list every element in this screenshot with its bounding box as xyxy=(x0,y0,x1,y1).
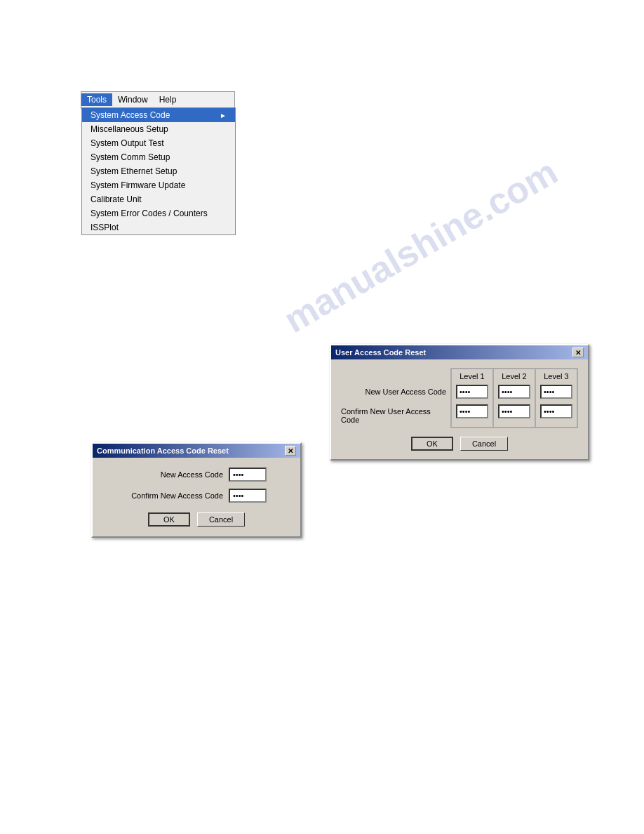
menu-help[interactable]: Help xyxy=(154,93,182,106)
menu-bar-items: Tools Window Help xyxy=(81,92,234,108)
menu-item-ethernet-setup[interactable]: System Ethernet Setup xyxy=(82,164,235,178)
comm-dialog-body: New Access Code Confirm New Access Code … xyxy=(93,458,300,536)
comm-dialog-buttons: OK Cancel xyxy=(104,512,289,527)
comm-dialog-close[interactable]: ✕ xyxy=(285,446,296,456)
level2-header: Level 2 xyxy=(502,372,526,380)
comm-dialog-title: Communication Access Code Reset xyxy=(97,446,229,455)
menu-item-system-access-code[interactable]: System Access Code ► xyxy=(82,108,235,122)
menu-window[interactable]: Window xyxy=(112,93,154,106)
menu-tools[interactable]: Tools xyxy=(81,93,112,106)
user-dialog-close[interactable]: ✕ xyxy=(572,348,584,357)
comm-dialog: Communication Access Code Reset ✕ New Ac… xyxy=(91,442,302,538)
user-dialog-body: New User Access Code Confirm New User Ac… xyxy=(331,359,588,459)
new-access-label: New Access Code xyxy=(104,470,223,479)
level1-confirm-input[interactable] xyxy=(456,404,488,418)
menu-item-error-codes[interactable]: System Error Codes / Counters xyxy=(82,206,235,220)
comm-ok-button[interactable]: OK xyxy=(148,512,190,527)
comm-dialog-titlebar: Communication Access Code Reset ✕ xyxy=(93,444,300,458)
level3-confirm-input[interactable] xyxy=(540,404,572,418)
menu-item-output-test[interactable]: System Output Test xyxy=(82,136,235,150)
confirm-user-label: Confirm New User Access Code xyxy=(341,406,446,425)
level2-col: Level 2 xyxy=(493,369,535,428)
menu-item-comm-setup[interactable]: System Comm Setup xyxy=(82,150,235,164)
new-access-row: New Access Code xyxy=(104,468,289,482)
user-form-container: New User Access Code Confirm New User Ac… xyxy=(341,368,578,428)
user-form-labels: New User Access Code Confirm New User Ac… xyxy=(341,368,446,425)
watermark: manualshine.com xyxy=(276,150,564,341)
menu-item-misc-setup[interactable]: Miscellaneous Setup xyxy=(82,122,235,136)
user-cancel-button[interactable]: Cancel xyxy=(460,437,508,451)
confirm-access-label: Confirm New Access Code xyxy=(104,491,223,500)
level3-col: Level 3 xyxy=(535,369,577,428)
menu-dropdown: System Access Code ► Miscellaneous Setup… xyxy=(81,107,236,235)
levels-container: Level 1 Level 2 Level 3 xyxy=(450,368,578,428)
confirm-access-input[interactable] xyxy=(229,489,267,503)
menu-item-calibrate[interactable]: Calibrate Unit xyxy=(82,192,235,206)
user-ok-button[interactable]: OK xyxy=(411,437,453,451)
level3-new-input[interactable] xyxy=(540,385,572,399)
user-dialog: User Access Code Reset ✕ New User Access… xyxy=(330,344,589,461)
menu-item-firmware-update[interactable]: System Firmware Update xyxy=(82,178,235,192)
comm-cancel-button[interactable]: Cancel xyxy=(197,512,245,527)
level1-col: Level 1 xyxy=(451,369,493,428)
user-dialog-title: User Access Code Reset xyxy=(335,348,426,357)
level1-new-input[interactable] xyxy=(456,385,488,399)
user-dialog-titlebar: User Access Code Reset ✕ xyxy=(331,345,588,359)
menu-item-issplot[interactable]: ISSPlot xyxy=(82,220,235,234)
menu-bar: Tools Window Help System Access Code ► M… xyxy=(81,91,235,109)
confirm-access-row: Confirm New Access Code xyxy=(104,489,289,503)
new-access-input[interactable] xyxy=(229,468,267,482)
submenu-arrow: ► xyxy=(220,112,227,119)
user-dialog-buttons: OK Cancel xyxy=(341,437,578,451)
new-user-label: New User Access Code xyxy=(341,382,446,402)
level1-header: Level 1 xyxy=(459,372,484,380)
level3-header: Level 3 xyxy=(544,372,568,380)
level2-new-input[interactable] xyxy=(498,385,530,399)
level2-confirm-input[interactable] xyxy=(498,404,530,418)
